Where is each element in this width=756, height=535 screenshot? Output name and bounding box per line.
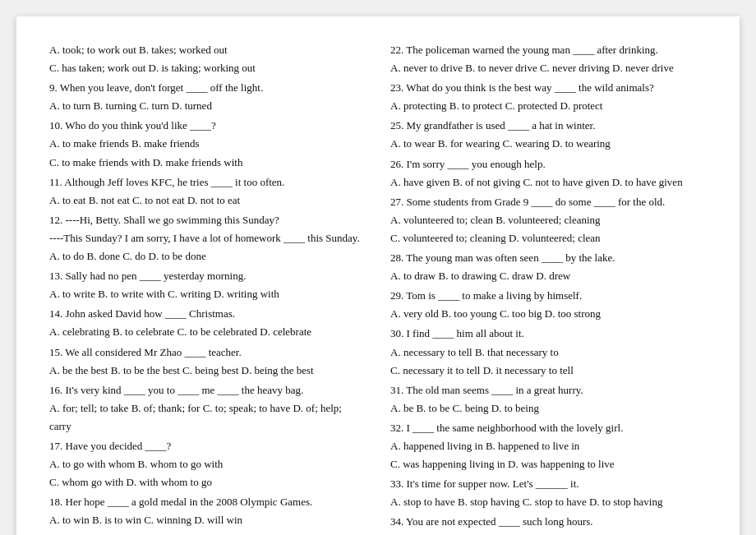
question-line: 10. Who do you think you'd like ____?: [49, 117, 366, 135]
question-line: C. to make friends with D. make friends …: [49, 154, 366, 172]
question-line: A. never to drive B. to never drive C. n…: [390, 59, 707, 77]
question-block-q34: 34. You are not expected ____ such long …: [390, 513, 707, 535]
question-line: A. to do B. done C. do D. to be done: [49, 247, 366, 265]
question-line: 28. The young man was often seen ____ by…: [390, 249, 707, 267]
question-line: A. to draw B. to drawing C. draw D. drew: [390, 267, 707, 285]
question-line: 33. It's time for supper now. Let's ____…: [390, 475, 707, 493]
question-block-q32: 32. I ____ the same neighborhood with th…: [390, 419, 707, 473]
question-line: 26. I'm sorry ____ you enough help.: [390, 155, 707, 173]
question-line: 13. Sally had no pen ____ yesterday morn…: [49, 267, 366, 285]
question-line: A. to wear B. for wearing C. wearing D. …: [390, 135, 707, 153]
question-line: A. necessary to tell B. that necessary t…: [390, 344, 707, 362]
question-line: A. very old B. too young C. too big D. t…: [390, 305, 707, 323]
question-line: A. stop to have B. stop having C. stop t…: [390, 493, 707, 511]
question-block-q10: 10. Who do you think you'd like ____?A. …: [49, 117, 366, 171]
question-line: C. was happening living in D. was happen…: [390, 455, 707, 473]
question-line: A. to go with whom B. whom to go with: [49, 455, 366, 473]
question-block-q25: 25. My grandfather is used ____ a hat in…: [390, 117, 707, 153]
question-line: 14. John asked David how ____ Christmas.: [49, 305, 366, 323]
question-line: A. to win B. is to win C. winning D. wil…: [49, 511, 366, 529]
question-block-q9: 9. When you leave, don't forget ____ off…: [49, 79, 366, 115]
exam-page: A. took; to work out B. takes; worked ou…: [16, 16, 740, 535]
question-block-q14: 14. John asked David how ____ Christmas.…: [49, 305, 366, 341]
question-line: 27. Some students from Grade 9 ____ do s…: [390, 193, 707, 211]
question-block-q31: 31. The old man seems ____ in a great hu…: [390, 381, 707, 417]
question-line: A. volunteered to; clean B. volunteered;…: [390, 211, 707, 229]
question-block-q17: 17. Have you decided ____?A. to go with …: [49, 437, 366, 491]
question-line: 19. The meeting room is big enough ____ …: [49, 531, 366, 535]
question-block-q11: 11. Although Jeff loves KFC, he tries __…: [49, 173, 366, 210]
question-block-q28: 28. The young man was often seen ____ by…: [390, 249, 707, 285]
question-line: A. happened living in B. happened to liv…: [390, 437, 707, 455]
question-line: A. to turn B. turning C. turn D. turned: [49, 97, 366, 115]
question-line: 31. The old man seems ____ in a great hu…: [390, 381, 707, 399]
question-line: A. be the best B. to be the best C. bein…: [49, 362, 366, 380]
question-line: 23. What do you think is the best way __…: [390, 79, 707, 97]
question-line: C. necessary it to tell D. it necessary …: [390, 362, 707, 380]
left-column: A. took; to work out B. takes; worked ou…: [49, 41, 366, 535]
question-line: A. celebrating B. to celebrate C. to be …: [49, 323, 366, 341]
question-block-q22: 22. The policeman warned the young man _…: [390, 41, 707, 77]
question-block-q23: 23. What do you think is the best way __…: [390, 79, 707, 115]
question-line: 30. I find ____ him all about it.: [390, 325, 707, 343]
question-block-q26: 26. I'm sorry ____ you enough help.A. ha…: [390, 155, 707, 191]
question-line: C. volunteered to; cleaning D. volunteer…: [390, 229, 707, 247]
question-block-q18: 18. Her hope ____ a gold medal in the 20…: [49, 493, 366, 529]
question-block-q33: 33. It's time for supper now. Let's ____…: [390, 475, 707, 511]
question-line: 16. It's very kind ____ you to ____ me _…: [49, 381, 366, 399]
question-block-q12: 12. ----Hi, Betty. Shall we go swimming …: [49, 211, 366, 265]
question-line: A. be B. to be C. being D. to being: [390, 399, 707, 417]
question-line: 25. My grandfather is used ____ a hat in…: [390, 117, 707, 135]
question-block-q19: 19. The meeting room is big enough ____ …: [49, 531, 366, 535]
question-block-q15: 15. We all considered Mr Zhao ____ teach…: [49, 344, 366, 380]
question-line: 17. Have you decided ____?: [49, 437, 366, 455]
question-line: 29. Tom is ____ to make a living by hims…: [390, 287, 707, 305]
question-line: A. took; to work out B. takes; worked ou…: [49, 41, 366, 59]
question-line: A. to work B. working C. worked D. work: [390, 531, 707, 535]
question-line: 34. You are not expected ____ such long …: [390, 513, 707, 531]
right-column: 22. The policeman warned the young man _…: [390, 41, 707, 535]
question-line: C. whom go with D. with whom to go: [49, 473, 366, 491]
question-line: 18. Her hope ____ a gold medal in the 20…: [49, 493, 366, 511]
question-block-q29: 29. Tom is ____ to make a living by hims…: [390, 287, 707, 323]
question-block-intro1: A. took; to work out B. takes; worked ou…: [49, 41, 366, 77]
question-line: A. to write B. to write with C. writing …: [49, 285, 366, 303]
question-line: 12. ----Hi, Betty. Shall we go swimming …: [49, 211, 366, 229]
question-line: 11. Although Jeff loves KFC, he tries __…: [49, 173, 366, 191]
question-line: ----This Sunday? I am sorry, I have a lo…: [49, 229, 366, 247]
question-line: 15. We all considered Mr Zhao ____ teach…: [49, 344, 366, 362]
question-line: A. have given B. of not giving C. not to…: [390, 173, 707, 191]
question-line: A. to make friends B. make friends: [49, 135, 366, 153]
question-line: C. has taken; work out D. is taking; wor…: [49, 59, 366, 77]
question-line: A. to eat B. not eat C. to not eat D. no…: [49, 191, 366, 210]
question-line: 22. The policeman warned the young man _…: [390, 41, 707, 59]
question-line: A. for; tell; to take B. of; thank; for …: [49, 399, 366, 436]
question-block-q16: 16. It's very kind ____ you to ____ me _…: [49, 381, 366, 436]
question-line: 9. When you leave, don't forget ____ off…: [49, 79, 366, 97]
question-line: A. protecting B. to protect C. protected…: [390, 97, 707, 115]
question-block-q13: 13. Sally had no pen ____ yesterday morn…: [49, 267, 366, 303]
question-block-q30: 30. I find ____ him all about it.A. nece…: [390, 325, 707, 379]
question-block-q27: 27. Some students from Grade 9 ____ do s…: [390, 193, 707, 247]
question-line: 32. I ____ the same neighborhood with th…: [390, 419, 707, 437]
